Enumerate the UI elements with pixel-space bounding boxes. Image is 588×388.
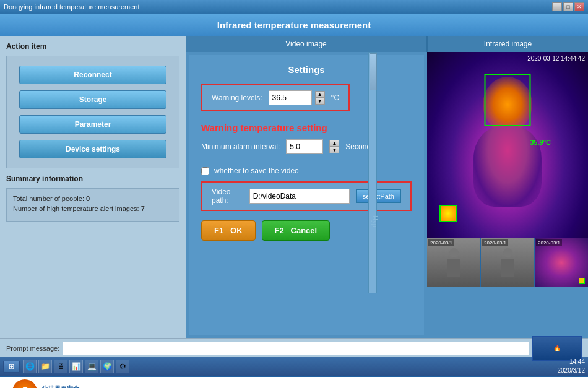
infrared-temperature: 35.9°C [530,139,551,146]
alert-images-label: Number of high temperature alert images: [13,205,139,212]
storage-button[interactable]: Storage [19,90,166,109]
logo-icon: ♻ [12,379,37,388]
alarm-spinner: ▲ ▼ [329,140,339,153]
taskbar-icon-folder[interactable]: 📁 [38,360,52,373]
secondary-detection-box [439,205,457,222]
tab-video-image[interactable]: Video image [186,36,427,52]
taskbar-icon-app2[interactable]: 📊 [69,360,83,373]
alarm-interval-row: Minimum alarm interval: ▲ ▼ Second [201,139,412,154]
thumb-2-body [501,259,514,277]
alarm-spinner-up[interactable]: ▲ [329,140,339,147]
video-path-input[interactable] [249,189,350,204]
thumb-2-head [503,248,512,257]
warning-levels-label: Warning levels: [212,93,262,102]
thumb-person [447,248,460,277]
taskbar-icon-app4[interactable]: ⚙ [116,360,129,373]
cancel-label: Cancel [291,226,318,235]
action-buttons-container: Reconnect Storage Parameter Device setti… [6,56,179,168]
alert-images-row: Number of high temperature alert images:… [13,205,173,212]
bottom-bar: Prompt message: 🔥 [0,338,588,357]
summary-section-title: Summary information [6,175,179,183]
alert-images-value: 7 [141,205,145,212]
video-tabs: Video image [186,36,427,52]
taskbar: ⊞ 🌐 📁 🖥 📊 💻 🌍 ⚙ 14:44 2020/3/12 [0,357,588,376]
window-title: Donqying infrared temperature measuremen… [4,3,140,11]
thumb-1[interactable]: 2020-03/1 [427,238,481,287]
ok-button[interactable]: F1 OK [201,220,256,241]
start-button[interactable]: ⊞ [3,361,20,373]
warning-spinner-down[interactable]: ▼ [315,98,325,105]
settings-title: Settings [201,64,412,75]
alarm-spinner-down[interactable]: ▼ [329,147,339,153]
taskbar-icon-browser[interactable]: 🌍 [100,360,114,373]
app-title: Infrared temperature measurement [217,20,371,30]
device-settings-button[interactable]: Device settings [19,140,166,158]
scroll-thumb[interactable] [370,53,377,90]
center-panel: Video image Settings Warning levels: ▲ ▼… [186,36,427,338]
minimize-button[interactable]: — [552,2,562,11]
footer: ♻ 让世界更安全 Building A Better World web:www… [0,376,588,388]
taskbar-icon-app1[interactable]: 🖥 [54,360,67,373]
thumb-head [449,248,459,257]
infrared-main-image: 2020-03-12 14:44:42 35.9°C [427,52,588,238]
warning-temp-title: Warning temperature setting [201,123,412,133]
logo-text-cn: 让世界更安全 [42,384,111,389]
person-thermal [446,71,569,225]
save-video-label: whether to save the video [214,166,299,175]
right-panel: Infrared image 2020-03-12 14:44:42 35.9°… [427,36,588,338]
warning-spinner: ▲ ▼ [315,91,325,105]
thumb-1-label: 2020-03/1 [428,239,454,246]
save-video-checkbox[interactable] [201,167,209,175]
warning-levels-input[interactable] [269,90,312,105]
thumb-3[interactable]: 2020-03/1 [535,238,588,287]
summary-data: Total number of people: 0 Number of high… [6,188,179,222]
face-detection-box [485,74,531,126]
infrared-tab[interactable]: Infrared image [427,36,588,52]
app-header: Infrared temperature measurement [0,14,588,36]
infrared-thumbnails: 2020-03/1 2020-03/1 2020-03/1 [427,238,588,287]
thumb-2-label: 2020-03/1 [482,239,508,246]
footer-logo: ♻ 让世界更安全 Building A Better World [12,379,111,388]
alarm-interval-unit: Second [345,142,371,151]
taskbar-time: 14:44 2020/3/12 [558,358,586,375]
taskbar-icon-ie[interactable]: 🌐 [23,360,37,373]
left-panel: Action item Reconnect Storage Parameter … [0,36,186,338]
f1-label: F1 [214,226,223,235]
taskbar-icon-app3[interactable]: 💻 [85,360,98,373]
warning-input-group: ▲ ▼ [269,90,325,105]
warning-spinner-up[interactable]: ▲ [315,91,325,98]
taskbar-icons: 🌐 📁 🖥 📊 💻 🌍 ⚙ [23,360,129,373]
infrared-timestamp: 2020-03-12 14:44:42 [527,55,585,62]
warning-unit: °C [331,93,339,102]
title-bar: Donqying infrared temperature measuremen… [0,0,588,14]
select-path-button[interactable]: selectPath [356,189,401,203]
alarm-interval-label: Minimum alarm interval: [201,142,280,151]
summary-section: Summary information Total number of peop… [6,175,179,222]
prompt-input[interactable] [63,342,529,355]
close-button[interactable]: ✕ [574,2,584,11]
prompt-label: Prompt message: [6,345,59,352]
settings-action-row: F1 OK F2 Cancel [201,220,412,241]
thumb-2[interactable]: 2020-03/1 [481,238,535,287]
parameter-button[interactable]: Parameter [19,115,166,134]
maximize-button[interactable]: □ [563,2,573,11]
save-video-row: whether to save the video [201,166,412,175]
alarm-interval-input[interactable] [286,139,323,154]
window-controls: — □ ✕ [552,2,584,11]
thumb-2-person [501,248,514,277]
action-section-title: Action item [6,42,179,51]
total-people-label: Total number of people: [13,195,84,202]
cancel-button[interactable]: F2 Cancel [262,220,331,241]
logo-small: 🔥 [532,336,582,361]
thumb-3-label: 2020-03/1 [536,239,562,246]
settings-panel: Settings Warning levels: ▲ ▼ °C Warning … [189,55,424,335]
warning-levels-box: Warning levels: ▲ ▼ °C [201,84,350,111]
scrollbar[interactable] [368,52,377,293]
reconnect-button[interactable]: Reconnect [19,66,166,84]
total-people-row: Total number of people: 0 [13,195,173,202]
f2-label: F2 [275,226,284,235]
total-people-value: 0 [86,195,90,202]
ok-label: OK [230,226,243,235]
thumb-body [447,259,460,277]
main-content: Action item Reconnect Storage Parameter … [0,36,588,338]
